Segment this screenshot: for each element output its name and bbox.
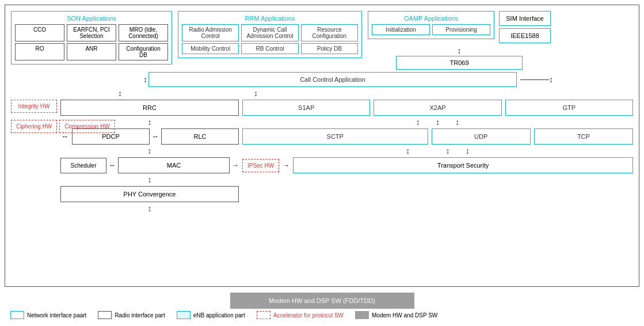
- call-control-box: Call Control Application: [148, 72, 517, 87]
- rrc-arrow-up: ↕: [118, 89, 122, 97]
- son-ro: RO: [15, 43, 64, 60]
- s1ap-box: S1AP: [242, 100, 370, 116]
- rrm-box: RRM Applications Radio Admission Control…: [178, 11, 362, 58]
- oamp-sub-row: Initialization Provisioning: [372, 24, 490, 35]
- legend-radio-icon: [98, 311, 112, 319]
- legend-enb-application: eNB application part: [177, 311, 245, 319]
- oamp-init: Initialization: [372, 24, 430, 35]
- rrm-mc: Mobility Control: [182, 43, 239, 54]
- modem-box: Modem HW and DSP SW (FDD/TDD): [230, 293, 414, 309]
- pdcp-rlc-row: ↔ PDCP ↔ RLC: [60, 128, 239, 145]
- center-col: ↕ RRC ↕ ↔ PDCP ↔ RLC ↕ Scheduler: [60, 89, 239, 280]
- legend-modem-label: Modem HW and DSP SW: [372, 312, 437, 319]
- legend-modem-icon: [355, 311, 369, 319]
- sim-box: SIM Interface: [499, 11, 551, 26]
- pdcp-box: PDCP: [72, 128, 150, 145]
- oamp-box: OAMP Applications Initialization Provisi…: [368, 11, 494, 39]
- outer-box: SON Applications CCO EARFCN, PCI Selecti…: [5, 5, 639, 287]
- phy-box: PHY Convergence: [60, 186, 239, 202]
- tr069-box: TR069: [396, 56, 523, 70]
- rrm-pdb: Policy DB: [301, 43, 358, 54]
- rrc-pdcp-arrow: ↕: [60, 118, 239, 126]
- son-earfcn: EARFCN, PCI Selection: [67, 24, 116, 41]
- rrm-dcac: Dynamic Call Admission Control: [241, 24, 298, 41]
- ciphering-hw-box: Ciphering HW: [11, 120, 57, 133]
- cc-right-connector: ↕: [520, 75, 553, 84]
- cc-right-arrow: ↕: [549, 75, 553, 84]
- legend-network-label: Network interface paart: [27, 312, 86, 319]
- rlc-box: RLC: [161, 128, 239, 145]
- rrm-row1: Radio Admission Control Dynamic Call Adm…: [182, 24, 358, 41]
- legend-accelerator: Accelerator for protocol SW: [257, 311, 344, 319]
- left-col: Integrity HW Ciphering HW Compression HW: [11, 89, 57, 280]
- oamp-prov: Provisioning: [432, 24, 490, 35]
- right-top-arrow: ↕: [254, 89, 633, 97]
- cipher-compress-row: Ciphering HW Compression HW: [11, 120, 57, 133]
- s1ap-sctp-arrow: ↕ ↕ ↕: [242, 118, 633, 126]
- integrity-hw-box: Integrity HW: [11, 100, 57, 113]
- legend: Network interface paart Radio interface …: [5, 309, 639, 321]
- left-hw-spacer: Integrity HW: [11, 100, 57, 113]
- ipsec-arrow: →: [283, 161, 289, 169]
- rrm-rc: Resource Configuration: [301, 24, 358, 41]
- son-configdb: Configuration DB: [119, 43, 168, 60]
- call-control-row: ↕ Call Control Application ↕: [11, 72, 633, 87]
- udp-box: UDP: [432, 128, 531, 145]
- legend-accel-label: Accelerator for protocol SW: [273, 312, 344, 319]
- ipsec-hw-box: IPSec HW: [242, 159, 279, 172]
- scheduler-box: Scheduler: [60, 158, 106, 173]
- son-cco: CCO: [15, 24, 64, 41]
- oamp-row: OAMP Applications Initialization Provisi…: [368, 11, 551, 43]
- s1ap-x2ap-gtp-row: S1AP X2AP GTP: [242, 100, 633, 116]
- legend-enb-label: eNB application part: [193, 312, 245, 319]
- sched-mac-row: Scheduler ↔ MAC →: [60, 157, 239, 173]
- mac-box: MAC: [118, 157, 230, 173]
- pdcp-mac-arrow: ↕: [60, 147, 239, 155]
- legend-accel-icon: [257, 311, 270, 319]
- x2ap-box: X2AP: [374, 100, 501, 116]
- phy-modem-arrow: ↕: [60, 204, 239, 213]
- gtp-box: GTP: [505, 100, 633, 116]
- sctp-box: SCTP: [242, 128, 428, 145]
- rrm-row2: Mobility Control RB Control Policy DB: [182, 43, 358, 54]
- legend-network-icon: [10, 311, 24, 319]
- ieee-box: IEEE1588: [499, 28, 551, 43]
- tr069-area: ↕ TR069: [368, 47, 551, 70]
- legend-enb-icon: [177, 311, 190, 319]
- ipsec-transport-row: IPSec HW → Transport Security: [242, 157, 633, 173]
- right-col: ↕ S1AP X2AP GTP ↕ ↕ ↕ SCTP UDP TCP: [242, 89, 633, 280]
- son-title: SON Applications: [15, 15, 168, 22]
- rrm-rac: Radio Admission Control: [182, 24, 239, 41]
- rrm-rbc: RB Control: [241, 43, 298, 54]
- transport-security-box: Transport Security: [293, 157, 633, 173]
- son-row1: CCO EARFCN, PCI Selection MRO (Idle, Con…: [15, 24, 168, 41]
- pdcp-rlc-arrow: ↔: [152, 132, 159, 141]
- son-box: SON Applications CCO EARFCN, PCI Selecti…: [11, 11, 172, 65]
- hw-pdcp-arrow: ↔: [60, 132, 70, 141]
- legend-network-interface: Network interface paart: [10, 311, 86, 319]
- sim-ieee-col: SIM Interface IEEE1588: [499, 11, 551, 43]
- right-net: ↕ S1AP X2AP GTP ↕ ↕ ↕ SCTP UDP TCP: [242, 89, 633, 173]
- sched-mac-arrow: ↔: [109, 161, 116, 169]
- son-mro: MRO (Idle, Connected): [119, 24, 168, 41]
- son-anr: ANR: [67, 43, 116, 60]
- oamp-title: OAMP Applications: [372, 15, 490, 22]
- rrc-row: ↕: [60, 89, 239, 97]
- mac-phy-arrow: ↕: [60, 176, 239, 184]
- legend-modem: Modem HW and DSP SW: [355, 311, 437, 319]
- rrm-title: RRM Applications: [182, 15, 358, 22]
- oamp-sim-area: OAMP Applications Initialization Provisi…: [368, 11, 551, 70]
- legend-radio-label: Radio interface part: [115, 312, 165, 319]
- sctp-udp-tcp-row: SCTP UDP TCP: [242, 128, 633, 145]
- mac-ipsec-arrow: →: [232, 161, 239, 169]
- tr069-arrow-up: ↕: [458, 47, 462, 55]
- legend-radio-interface: Radio interface part: [98, 311, 165, 319]
- top-row: SON Applications CCO EARFCN, PCI Selecti…: [11, 11, 633, 70]
- full-content: SON Applications CCO EARFCN, PCI Selecti…: [11, 11, 633, 280]
- main-body: Integrity HW Ciphering HW Compression HW…: [11, 89, 633, 280]
- cc-line: [520, 79, 549, 80]
- cc-arrow: ↕: [143, 75, 147, 84]
- tcp-box: TCP: [534, 128, 633, 145]
- sctp-ts-arrow: ↕ ↕ ↕: [242, 147, 633, 155]
- son-row2: RO ANR Configuration DB: [15, 43, 168, 60]
